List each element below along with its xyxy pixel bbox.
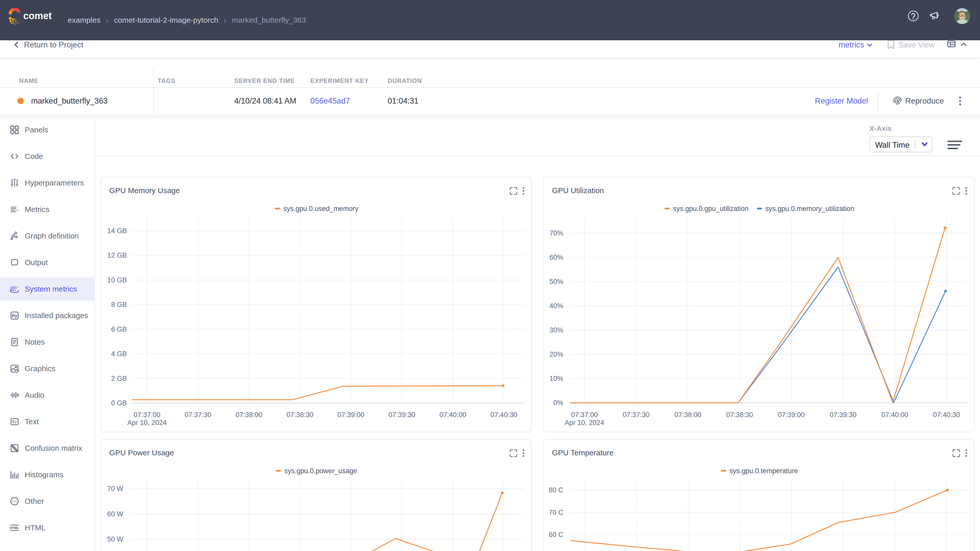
svg-text:50%: 50% xyxy=(549,278,563,286)
svg-text:T: T xyxy=(12,420,14,424)
svg-text:T: T xyxy=(14,421,17,424)
svg-text:07:37:30: 07:37:30 xyxy=(185,411,211,419)
svg-text:40%: 40% xyxy=(549,302,563,310)
svg-text:HTML: HTML xyxy=(10,526,19,530)
svg-text:0 GB: 0 GB xyxy=(111,399,127,407)
svg-text:70 W: 70 W xyxy=(107,485,124,492)
svg-text:10 GB: 10 GB xyxy=(107,276,127,284)
svg-text:07:39:30: 07:39:30 xyxy=(388,411,415,419)
svg-text:Py: Py xyxy=(12,313,18,318)
svg-text:80 C: 80 C xyxy=(549,486,563,494)
svg-text:07:37:00: 07:37:00 xyxy=(571,411,598,419)
svg-text:sys.gpu.0.temperature: sys.gpu.0.temperature xyxy=(729,467,798,475)
svg-text:07:40:30: 07:40:30 xyxy=(933,411,960,419)
svg-text:4 GB: 4 GB xyxy=(111,350,127,358)
svg-text:Apr 10, 2024: Apr 10, 2024 xyxy=(565,419,605,427)
svg-text:14 GB: 14 GB xyxy=(107,227,127,235)
svg-text:07:37:30: 07:37:30 xyxy=(623,411,649,419)
svg-text:GPU Power Usage: GPU Power Usage xyxy=(109,448,174,457)
svg-text:GPU Temperature: GPU Temperature xyxy=(552,448,614,457)
svg-text:GPU Memory Usage: GPU Memory Usage xyxy=(109,186,180,195)
svg-text:07:40:00: 07:40:00 xyxy=(439,411,466,419)
svg-text:GPU Utilization: GPU Utilization xyxy=(552,186,604,195)
svg-text:70%: 70% xyxy=(549,229,563,237)
svg-text:50 W: 50 W xyxy=(107,535,124,543)
svg-text:Apr 10, 2024: Apr 10, 2024 xyxy=(127,419,167,427)
svg-text:12 GB: 12 GB xyxy=(107,251,127,259)
svg-text:8 GB: 8 GB xyxy=(111,301,127,308)
svg-text:60 C: 60 C xyxy=(549,531,563,538)
svg-text:sys.gpu.0.memory_utilization: sys.gpu.0.memory_utilization xyxy=(765,205,854,213)
svg-text:70 C: 70 C xyxy=(549,509,563,516)
svg-text:07:38:30: 07:38:30 xyxy=(286,411,313,419)
svg-text:10%: 10% xyxy=(549,375,563,383)
svg-text:20%: 20% xyxy=(549,351,563,358)
svg-text:07:40:00: 07:40:00 xyxy=(881,411,908,419)
svg-text:60 W: 60 W xyxy=(107,510,124,518)
svg-text:sys.gpu.0.gpu_utilization: sys.gpu.0.gpu_utilization xyxy=(673,205,749,213)
svg-text:07:39:00: 07:39:00 xyxy=(778,411,805,419)
svg-text:07:37:00: 07:37:00 xyxy=(134,411,160,419)
svg-text:07:38:30: 07:38:30 xyxy=(726,411,753,419)
svg-text:sys.gpu.0.power_usage: sys.gpu.0.power_usage xyxy=(284,467,357,475)
svg-text:07:38:00: 07:38:00 xyxy=(675,411,701,419)
svg-text:07:39:30: 07:39:30 xyxy=(830,411,856,419)
svg-text:0%: 0% xyxy=(553,399,563,407)
svg-text:07:38:00: 07:38:00 xyxy=(235,411,262,419)
svg-text:2 GB: 2 GB xyxy=(111,375,127,383)
svg-text:60%: 60% xyxy=(549,254,563,261)
svg-text:07:40:30: 07:40:30 xyxy=(490,411,517,419)
svg-text:07:39:00: 07:39:00 xyxy=(338,411,364,419)
svg-text:6 GB: 6 GB xyxy=(111,326,127,333)
svg-text:30%: 30% xyxy=(549,326,563,334)
svg-text:sys.gpu.0.used_memory: sys.gpu.0.used_memory xyxy=(283,205,359,213)
